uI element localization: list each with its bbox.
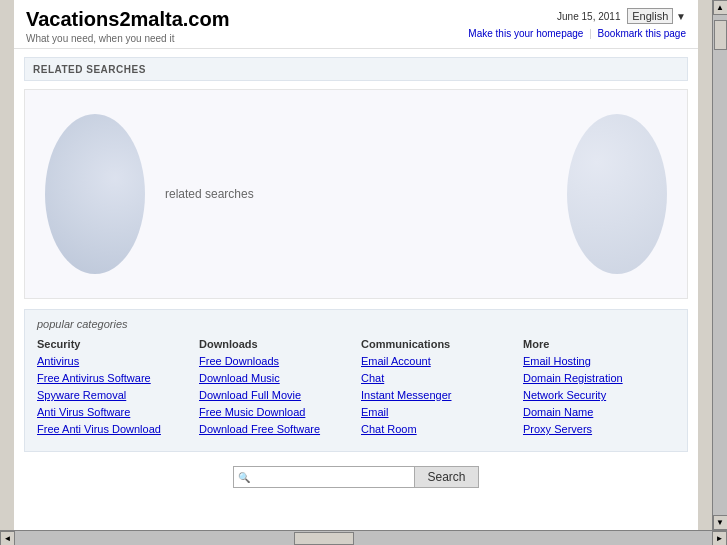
category-col-3: MoreEmail HostingDomain RegistrationNetw… — [523, 338, 675, 439]
hscroll-track[interactable] — [15, 531, 712, 545]
list-item: Domain Name — [523, 405, 675, 419]
list-item: Email Account — [361, 354, 513, 368]
category-link-1-0[interactable]: Free Downloads — [199, 355, 279, 367]
list-item: Proxy Servers — [523, 422, 675, 436]
header-right: June 15, 2011 English ▼ Make this your h… — [468, 8, 686, 39]
search-icon: 🔍 — [238, 472, 250, 483]
search-button[interactable]: Search — [414, 467, 477, 487]
right-scrollbar: ▲ ▼ — [712, 0, 727, 530]
scroll-thumb[interactable] — [714, 20, 727, 50]
language-select[interactable]: English — [627, 8, 673, 24]
make-homepage-link[interactable]: Make this your homepage — [468, 28, 583, 39]
category-link-2-1[interactable]: Chat — [361, 372, 384, 384]
category-link-0-1[interactable]: Free Antivirus Software — [37, 372, 151, 384]
category-link-3-2[interactable]: Network Security — [523, 389, 606, 401]
scroll-left-button[interactable]: ◄ — [0, 531, 15, 545]
list-item: Antivirus — [37, 354, 189, 368]
popular-label: popular categories — [37, 318, 675, 330]
circle-decoration-left — [45, 114, 145, 274]
list-item: Free Anti Virus Download — [37, 422, 189, 436]
search-input[interactable] — [254, 467, 414, 487]
category-link-0-3[interactable]: Anti Virus Software — [37, 406, 130, 418]
category-col-1: DownloadsFree DownloadsDownload MusicDow… — [199, 338, 351, 439]
list-item: Free Downloads — [199, 354, 351, 368]
category-link-2-0[interactable]: Email Account — [361, 355, 431, 367]
scroll-up-button[interactable]: ▲ — [713, 0, 728, 15]
header-links: Make this your homepage | Bookmark this … — [468, 28, 686, 39]
category-heading-1: Downloads — [199, 338, 351, 350]
list-item: Anti Virus Software — [37, 405, 189, 419]
category-link-1-2[interactable]: Download Full Movie — [199, 389, 301, 401]
category-link-0-0[interactable]: Antivirus — [37, 355, 79, 367]
category-heading-3: More — [523, 338, 675, 350]
related-searches-bar: RELATED SEARCHES — [24, 57, 688, 81]
category-link-2-2[interactable]: Instant Messenger — [361, 389, 452, 401]
search-bar-wrapper: 🔍 Search — [14, 458, 698, 496]
category-link-3-0[interactable]: Email Hosting — [523, 355, 591, 367]
hscroll-thumb[interactable] — [294, 532, 354, 545]
list-item: Network Security — [523, 388, 675, 402]
list-item: Domain Registration — [523, 371, 675, 385]
list-item: Free Antivirus Software — [37, 371, 189, 385]
scroll-right-button[interactable]: ► — [712, 531, 727, 545]
popular-categories: popular categories SecurityAntivirusFree… — [24, 309, 688, 452]
list-item: Email Hosting — [523, 354, 675, 368]
category-col-0: SecurityAntivirusFree Antivirus Software… — [37, 338, 189, 439]
category-link-2-4[interactable]: Chat Room — [361, 423, 417, 435]
list-item: Instant Messenger — [361, 388, 513, 402]
category-heading-0: Security — [37, 338, 189, 350]
scroll-track[interactable] — [713, 15, 728, 515]
related-searches-text: related searches — [165, 187, 254, 201]
category-link-3-3[interactable]: Domain Name — [523, 406, 593, 418]
visual-area: related searches — [24, 89, 688, 299]
categories-grid: SecurityAntivirusFree Antivirus Software… — [37, 338, 675, 439]
list-item: Download Free Software — [199, 422, 351, 436]
category-link-0-2[interactable]: Spyware Removal — [37, 389, 126, 401]
list-item: Chat — [361, 371, 513, 385]
category-link-3-1[interactable]: Domain Registration — [523, 372, 623, 384]
list-item: Download Full Movie — [199, 388, 351, 402]
date-text: June 15, 2011 — [557, 11, 620, 22]
bottom-scrollbar: ◄ ► — [0, 530, 727, 545]
circle-decoration-right — [567, 114, 667, 274]
category-heading-2: Communications — [361, 338, 513, 350]
category-link-0-4[interactable]: Free Anti Virus Download — [37, 423, 161, 435]
category-link-1-1[interactable]: Download Music — [199, 372, 280, 384]
site-tagline: What you need, when you need it — [26, 33, 229, 44]
related-searches-label: RELATED SEARCHES — [33, 64, 146, 75]
category-link-1-3[interactable]: Free Music Download — [199, 406, 305, 418]
scroll-down-button[interactable]: ▼ — [713, 515, 728, 530]
header-left: Vacations2malta.com What you need, when … — [26, 8, 229, 44]
list-item: Free Music Download — [199, 405, 351, 419]
list-item: Download Music — [199, 371, 351, 385]
bookmark-link[interactable]: Bookmark this page — [598, 28, 686, 39]
list-item: Spyware Removal — [37, 388, 189, 402]
category-link-1-4[interactable]: Download Free Software — [199, 423, 320, 435]
category-link-2-3[interactable]: Email — [361, 406, 389, 418]
link-divider: | — [589, 28, 592, 39]
category-col-2: CommunicationsEmail AccountChatInstant M… — [361, 338, 513, 439]
list-item: Email — [361, 405, 513, 419]
page-header: Vacations2malta.com What you need, when … — [14, 0, 698, 49]
dropdown-arrow[interactable]: ▼ — [676, 11, 686, 22]
category-link-3-4[interactable]: Proxy Servers — [523, 423, 592, 435]
search-icon-area: 🔍 — [234, 467, 254, 487]
search-input-wrap: 🔍 Search — [233, 466, 478, 488]
header-date: June 15, 2011 English ▼ — [468, 8, 686, 24]
list-item: Chat Room — [361, 422, 513, 436]
site-title: Vacations2malta.com — [26, 8, 229, 31]
